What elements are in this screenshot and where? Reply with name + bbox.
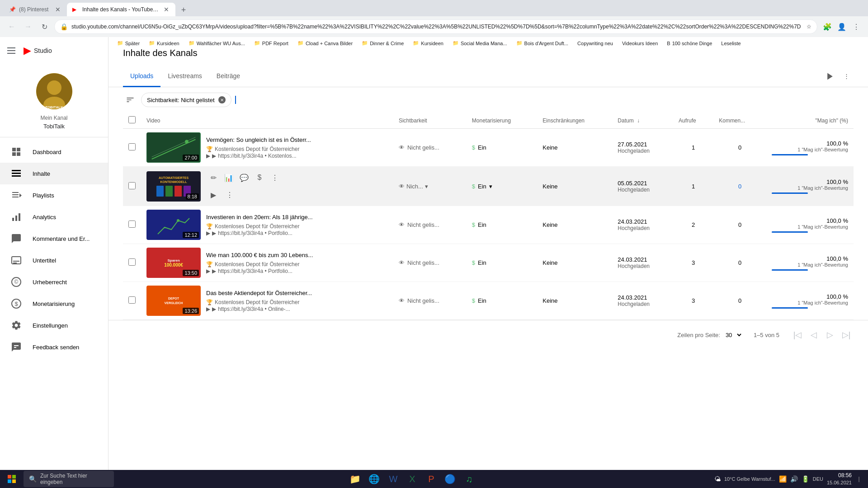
sidebar-item-analytics[interactable]: Analytics — [0, 206, 108, 228]
taskbar-search[interactable]: 🔍 Zur Suche Text hier eingeben — [24, 471, 114, 487]
first-page-btn[interactable]: |◁ — [790, 328, 805, 342]
sidebar-item-urheberrecht[interactable]: © Urheberrecht — [0, 271, 108, 293]
filter-input-cursor[interactable] — [235, 96, 236, 104]
youtube-studio-logo[interactable]: ▶ Studio — [24, 45, 52, 56]
more-video-btn2[interactable]: ⋮ — [222, 188, 237, 202]
prev-page-btn[interactable]: ◁ — [807, 328, 821, 342]
svg-rect-9 — [12, 173, 21, 174]
tab-close-active-btn[interactable]: ✕ — [163, 5, 170, 14]
taskbar-edge[interactable]: 🌐 — [365, 470, 383, 488]
header-kommentare[interactable]: Kommen... — [713, 113, 766, 129]
browser-tab-pinterest[interactable]: 📌 (8) Pinterest ✕ — [4, 3, 67, 16]
tab-beitraege[interactable]: Beiträge — [209, 66, 247, 87]
windows-start-btn[interactable] — [2, 470, 22, 488]
sidebar-item-kommentare[interactable]: Kommentare und Er... — [0, 228, 108, 249]
sidebar-item-monetarisierung[interactable]: $ Monetarisierung — [0, 293, 108, 314]
hamburger-menu-btn[interactable] — [7, 45, 18, 56]
address-bar[interactable]: 🔒 studio.youtube.com/channel/UC6N5u-OiGz… — [54, 19, 817, 34]
powerpoint-icon: P — [428, 474, 434, 484]
taskbar-chrome[interactable]: 🔵 — [441, 470, 459, 488]
header-aufrufe[interactable]: Aufrufe — [673, 113, 713, 129]
channel-info: TOBITALK Mein Kanal TobiTalk — [0, 64, 108, 137]
visibility-cell: 👁 Nicht gelis... — [393, 244, 467, 282]
header-einschraenkungen[interactable]: Einschränkungen — [537, 113, 612, 129]
back-btn[interactable]: ← — [5, 20, 18, 33]
header-mag-ich[interactable]: "Mag ich" (%) — [766, 113, 854, 129]
einschraenkung-cell: Keine — [537, 129, 612, 167]
header-monetarisierung[interactable]: Monetarisierung — [467, 113, 538, 129]
taskbar-powerpoint[interactable]: P — [422, 470, 440, 488]
video-thumbnail[interactable]: AUTOMATISIERTESKONTENMODELL 8 — [146, 171, 201, 202]
bookmark-star-icon[interactable]: ☆ — [807, 23, 811, 30]
row-checkbox[interactable] — [128, 182, 136, 189]
battery-icon: 🔋 — [802, 475, 809, 483]
video-thumbnail[interactable]: 12:12 — [146, 210, 201, 240]
urheberrecht-icon: © — [11, 277, 22, 287]
rows-per-page-select[interactable]: 30 50 100 — [724, 331, 743, 339]
taskbar-excel[interactable]: X — [403, 470, 421, 488]
more-video-btn[interactable]: ⋮ — [268, 170, 282, 185]
speaker-icon[interactable]: 🔊 — [790, 475, 798, 483]
rating-bar — [772, 269, 808, 271]
show-desktop-btn[interactable]: | — [855, 473, 863, 485]
taskbar-file-explorer[interactable]: 📁 — [346, 470, 364, 488]
header-sichtbarkeit[interactable]: Sichtbarkeit — [393, 113, 467, 129]
dollar-icon: $ — [472, 259, 475, 266]
monetize-dropdown-icon[interactable]: ▾ — [489, 183, 492, 190]
reload-btn[interactable]: ↻ — [38, 20, 51, 33]
row-checkbox[interactable] — [128, 221, 136, 228]
svg-rect-12 — [12, 194, 19, 195]
tab-close-btn[interactable]: ✕ — [54, 5, 61, 14]
sidebar-item-playlists[interactable]: Playlists — [0, 184, 108, 206]
sidebar-item-dashboard[interactable]: Dashboard — [0, 141, 108, 163]
kommentare-link[interactable]: 0 — [738, 183, 741, 190]
sidebar-item-einstellungen[interactable]: Einstellungen — [0, 314, 108, 336]
forward-btn[interactable]: → — [22, 20, 34, 33]
taskbar-spotify[interactable]: ♫ — [460, 470, 478, 488]
video-thumbnail[interactable]: Sparen 100.000€ 13:50 — [146, 248, 201, 278]
comment-video-btn[interactable]: 💬 — [237, 170, 251, 185]
weather-icon[interactable]: 🌤 — [714, 475, 721, 483]
new-tab-btn[interactable]: + — [177, 4, 190, 16]
date-cell: 24.03.2021 Hochgeladen — [612, 282, 673, 320]
video-cell: 27:00 Vermögen: So ungleich ist es in Ös… — [141, 129, 393, 167]
next-page-btn[interactable]: ▷ — [823, 328, 837, 342]
visibility-value: Nicht gelis... — [407, 144, 439, 151]
tab-uploads[interactable]: Uploads — [123, 66, 160, 87]
network-icon[interactable]: 📶 — [779, 475, 787, 483]
row-checkbox[interactable] — [128, 143, 136, 150]
avatar[interactable]: TOBITALK — [36, 73, 72, 109]
tab-livestreams[interactable]: Livestreams — [160, 66, 209, 87]
header-datum[interactable]: Datum ↓ — [612, 113, 673, 129]
more-options-btn[interactable]: ⋮ — [839, 69, 854, 84]
play-all-btn[interactable] — [823, 69, 837, 84]
header-video[interactable]: Video — [141, 113, 393, 129]
filter-chip-close-btn[interactable]: ✕ — [218, 96, 226, 103]
row-checkbox[interactable] — [128, 296, 136, 304]
sort-filter-btn[interactable] — [123, 93, 137, 107]
taskbar-clock[interactable]: 08:56 15.06.2021 — [827, 472, 852, 486]
play-video-btn[interactable]: ▶ — [206, 188, 221, 202]
edit-video-btn[interactable]: ✏ — [206, 170, 221, 185]
sidebar-item-feedback[interactable]: Feedback senden — [0, 336, 108, 358]
browser-tab-youtube[interactable]: ▶ Inhalte des Kanals - YouTube St... ✕ — [67, 3, 175, 16]
sidebar-item-inhalte[interactable]: Inhalte — [0, 163, 108, 184]
menu-btn[interactable]: ⋮ — [850, 20, 863, 33]
taskbar-word[interactable]: W — [384, 470, 402, 488]
sidebar-item-label-playlists: Playlists — [33, 192, 54, 199]
video-thumbnail[interactable]: 27:00 — [146, 132, 201, 163]
video-title: Wie man 100.000 € bis zum 30 Lebens... — [206, 251, 388, 259]
analytics-video-btn[interactable]: 📊 — [222, 170, 236, 185]
extensions-btn[interactable]: 🧩 — [821, 20, 834, 33]
svg-rect-17 — [19, 213, 20, 221]
rating-bar — [772, 192, 808, 194]
select-all-checkbox[interactable] — [128, 116, 136, 123]
revenue-video-btn[interactable]: $ — [252, 170, 267, 185]
last-page-btn[interactable]: ▷| — [839, 328, 854, 342]
profile-btn[interactable]: 👤 — [835, 20, 848, 33]
sidebar-item-untertitel[interactable]: Untertitel — [0, 249, 108, 271]
row-checkbox[interactable] — [128, 258, 136, 266]
video-thumbnail[interactable]: DEPOTVERGLEICH 13:26 — [146, 286, 201, 316]
visibility-dropdown-icon[interactable]: ▾ — [425, 183, 428, 190]
untertitel-icon — [11, 255, 22, 266]
